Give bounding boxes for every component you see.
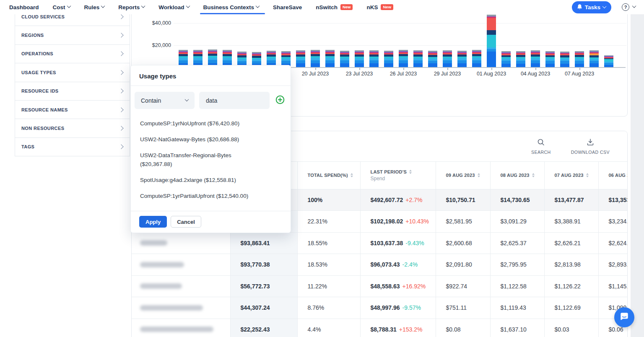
nav-menu: DashboardCostRulesReportsWorkloadBusines…: [9, 0, 407, 14]
chart-bar[interactable]: [457, 51, 467, 67]
sort-icon[interactable]: [586, 173, 589, 177]
sidebar-item-tags[interactable]: TAGS: [15, 137, 130, 156]
usage-type-option[interactable]: USW2-NatGateway-Bytes ($20,686.88): [140, 131, 260, 147]
add-filter-button[interactable]: [275, 95, 285, 106]
row-last-period-cell: $103,637.38-9.43%: [360, 232, 436, 254]
chevron-right-icon: [119, 145, 123, 149]
column-header-text: LAST PERIOD'S: [371, 169, 407, 174]
chevron-right-icon: [119, 52, 123, 56]
row-last-period-cell: $48,997.96-9.57%: [360, 297, 436, 319]
chart-bar[interactable]: [531, 50, 540, 67]
chart-bar[interactable]: [560, 52, 569, 67]
chart-bar[interactable]: [296, 50, 305, 67]
sidebar-item-operations[interactable]: OPERATIONS: [15, 44, 130, 63]
operator-select[interactable]: Contain: [135, 92, 195, 109]
nav-item-label: nSwitch: [316, 4, 338, 10]
chart-bar-segment: [487, 35, 496, 47]
column-header-07-aug-2023[interactable]: 07 AUG 2023: [544, 162, 598, 189]
sidebar-item-non-resources[interactable]: NON RESOURCES: [15, 119, 130, 137]
chart-bar[interactable]: [501, 51, 511, 67]
x-axis-tick-mark: [535, 68, 536, 70]
usage-type-option[interactable]: ComputeSP:1yrNoUpfront ($76,420.80): [140, 115, 260, 131]
chart-bar[interactable]: [399, 50, 408, 67]
chart-bar[interactable]: [604, 55, 613, 67]
nav-item-nswitch[interactable]: nSwitchNew: [316, 0, 353, 14]
chevron-right-icon: [119, 33, 123, 37]
chart-bar[interactable]: [516, 51, 525, 67]
nav-item-dashboard[interactable]: Dashboard: [9, 0, 39, 14]
help-icon: ?: [622, 3, 629, 11]
sort-icon[interactable]: [409, 170, 412, 174]
chart-bar[interactable]: [384, 51, 393, 67]
chart-gridline: [174, 23, 626, 23]
chevron-down-icon: [185, 97, 189, 101]
row-day-cell: $751.11: [436, 297, 490, 319]
usage-type-option[interactable]: SpotUsage:g4ad.2xlarge ($12,558.81): [140, 172, 260, 188]
usage-type-option[interactable]: USW2-DataTransfer-Regional-Bytes ($20,36…: [140, 147, 260, 172]
new-badge: New: [340, 4, 353, 10]
filter-query-input[interactable]: [199, 92, 270, 109]
chevron-down-icon: [256, 4, 260, 8]
chart-bar[interactable]: [340, 51, 349, 67]
row-pct-cell: 8.76%: [297, 297, 360, 319]
sidebar-item-regions[interactable]: REGIONS: [15, 26, 130, 44]
tasks-button[interactable]: Tasks: [572, 1, 611, 13]
row-day-cell: $2,091.80: [436, 254, 490, 276]
chat-widget-button[interactable]: [614, 307, 634, 327]
sidebar-item-resource-names[interactable]: RESOURCE NAMES: [15, 100, 130, 119]
chart-bar[interactable]: [589, 50, 599, 67]
nav-item-business-contexts[interactable]: Business Contexts: [203, 0, 260, 14]
tasks-label: Tasks: [585, 4, 600, 10]
chart-bar[interactable]: [545, 51, 555, 67]
chart-bar[interactable]: [311, 50, 320, 67]
chart-bar[interactable]: [369, 50, 379, 67]
chart-bar[interactable]: [355, 50, 364, 67]
nav-item-label: ShareSave: [273, 4, 302, 10]
usage-type-option[interactable]: ComputeSP:1yrPartialUpfront ($12,540.00): [140, 188, 260, 204]
nav-item-cost[interactable]: Cost: [53, 0, 70, 14]
column-header-last-period-s[interactable]: LAST PERIOD'SSpend: [360, 162, 436, 189]
row-total-spend-cell: $93,863.41: [230, 232, 297, 254]
redacted-name: [140, 305, 203, 311]
column-header-total-spend-pct[interactable]: TOTAL SPEND(%): [297, 162, 360, 189]
nav-item-workload[interactable]: Workload: [158, 0, 189, 14]
chart-bar-segment: [384, 60, 393, 63]
help-menu[interactable]: ?: [622, 3, 636, 11]
nav-item-sharesave[interactable]: ShareSave: [273, 0, 302, 14]
usage-type-options-list: ComputeSP:1yrNoUpfront ($76,420.80)USW2-…: [131, 111, 291, 211]
chart-bar[interactable]: [413, 50, 423, 67]
nav-item-label: Business Contexts: [203, 4, 254, 10]
y-axis-tick-label: $20,000: [138, 42, 171, 48]
sort-icon[interactable]: [478, 173, 480, 177]
column-header-label: 09 AUG 2023: [446, 173, 490, 178]
sort-icon[interactable]: [532, 173, 535, 177]
search-button[interactable]: SEARCH: [531, 138, 551, 155]
chevron-right-icon: [119, 107, 123, 112]
chart-bar[interactable]: [575, 51, 584, 67]
chart-bar[interactable]: [325, 50, 335, 67]
chart-bar[interactable]: [428, 51, 437, 67]
column-header-06-aug-2023[interactable]: 06 AUG 2023: [598, 162, 628, 189]
column-header-09-aug-2023[interactable]: 09 AUG 2023: [436, 162, 490, 189]
sidebar-item-usage-types[interactable]: USAGE TYPES: [15, 63, 130, 82]
last-period-value: $48,558.63: [371, 283, 400, 290]
chart-bar[interactable]: [487, 15, 496, 67]
x-axis-tick-mark: [403, 68, 404, 70]
cancel-button[interactable]: Cancel: [171, 216, 201, 228]
nav-item-nks[interactable]: nKSNew: [366, 0, 393, 14]
sort-icon[interactable]: [351, 173, 353, 177]
download-csv-button[interactable]: DOWNLOAD CSV: [571, 138, 610, 155]
nav-item-rules[interactable]: Rules: [84, 0, 105, 14]
sidebar-item-resource-ids[interactable]: RESOURCE IDS: [15, 82, 130, 101]
chart-bar[interactable]: [443, 50, 452, 67]
nav-item-reports[interactable]: Reports: [118, 0, 145, 14]
row-day-cell: $13,477.87: [544, 189, 598, 211]
apply-button[interactable]: Apply: [139, 216, 167, 228]
usage-types-popup: Usage types Contain ComputeSP:1yrNoUpfro…: [130, 65, 291, 233]
chart-bar-segment: [296, 60, 305, 63]
chart-bar[interactable]: [472, 50, 481, 67]
chevron-down-icon: [186, 4, 190, 8]
chart-bar-segment: [575, 61, 584, 64]
column-header-08-aug-2023[interactable]: 08 AUG 2023: [490, 162, 544, 189]
chart-bar-segment: [399, 60, 408, 63]
